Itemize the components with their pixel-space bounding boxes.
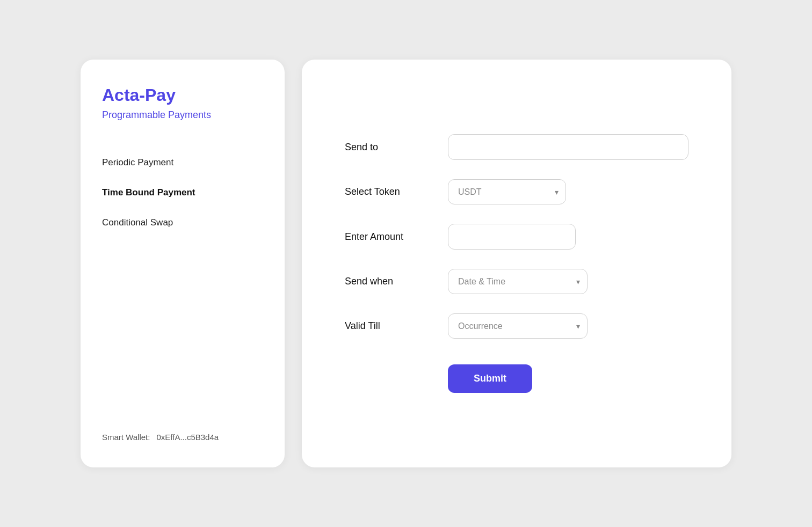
enter-amount-label: Enter Amount — [345, 231, 431, 243]
wallet-label: Smart Wallet: — [102, 433, 150, 442]
select-token-label: Select Token — [345, 186, 431, 197]
form-actions: Submit — [345, 358, 688, 393]
nav-items: Periodic Payment Time Bound Payment Cond… — [102, 155, 263, 230]
wallet-info: Smart Wallet: 0xEffA...c5B3d4a — [102, 433, 263, 442]
left-panel: Acta-Pay Programmable Payments Periodic … — [81, 60, 285, 467]
send-when-label: Send when — [345, 276, 431, 287]
select-token-select[interactable]: USDT USDC ETH BTC — [448, 179, 566, 204]
valid-till-label: Valid Till — [345, 320, 431, 332]
send-to-label: Send to — [345, 142, 431, 153]
select-token-group: Select Token USDT USDC ETH BTC ▾ — [345, 179, 688, 204]
enter-amount-input[interactable] — [448, 224, 576, 250]
send-when-group: Send when Date & Time Block Number Event… — [345, 269, 688, 294]
sidebar-item-conditional-swap[interactable]: Conditional Swap — [102, 215, 263, 230]
send-when-wrapper: Date & Time Block Number Event ▾ — [448, 269, 588, 294]
send-to-group: Send to — [345, 134, 688, 160]
select-token-wrapper: USDT USDC ETH BTC ▾ — [448, 179, 566, 204]
enter-amount-group: Enter Amount — [345, 224, 688, 250]
sidebar-item-periodic-payment[interactable]: Periodic Payment — [102, 155, 263, 170]
left-panel-top: Acta-Pay Programmable Payments Periodic … — [102, 85, 263, 230]
valid-till-wrapper: Occurrence Date Never ▾ — [448, 313, 588, 339]
send-to-input[interactable] — [448, 134, 688, 160]
app-title: Acta-Pay — [102, 85, 263, 105]
valid-till-select[interactable]: Occurrence Date Never — [448, 313, 588, 339]
main-container: Acta-Pay Programmable Payments Periodic … — [0, 38, 812, 489]
submit-button[interactable]: Submit — [448, 364, 532, 393]
wallet-address: 0xEffA...c5B3d4a — [156, 433, 219, 442]
send-when-select[interactable]: Date & Time Block Number Event — [448, 269, 588, 294]
sidebar-item-time-bound-payment[interactable]: Time Bound Payment — [102, 185, 263, 200]
valid-till-group: Valid Till Occurrence Date Never ▾ — [345, 313, 688, 339]
app-subtitle: Programmable Payments — [102, 109, 263, 121]
right-panel: Send to Select Token USDT USDC ETH BTC ▾… — [302, 60, 731, 467]
